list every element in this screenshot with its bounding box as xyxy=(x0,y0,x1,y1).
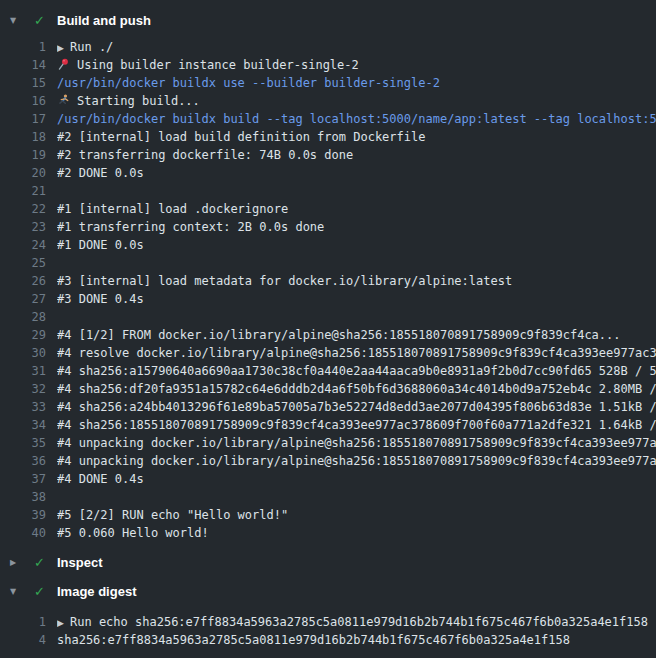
log-text xyxy=(57,308,656,326)
line-number-build-and-push-29[interactable]: 29 xyxy=(0,326,46,344)
line-number-build-and-push-33[interactable]: 33 xyxy=(0,398,46,416)
log-text: #1 transferring context: 2B 0.0s done xyxy=(57,218,656,236)
line-number-build-and-push-20[interactable]: 20 xyxy=(0,164,46,182)
log-text xyxy=(57,182,656,200)
runner-icon xyxy=(57,92,77,110)
log-line: 29#4 [1/2] FROM docker.io/library/alpine… xyxy=(0,326,656,344)
log-line: 15/usr/bin/docker buildx use --builder b… xyxy=(0,74,656,92)
log-text: #1 DONE 0.0s xyxy=(57,236,656,254)
step-header-inspect[interactable]: ▶ ✓ Inspect xyxy=(0,550,656,574)
log-line: 27#3 DONE 0.4s xyxy=(0,290,656,308)
log-line: 17/usr/bin/docker buildx build --tag loc… xyxy=(0,110,656,128)
log-line: 16Starting build... xyxy=(0,92,656,110)
log-line: 36#4 unpacking docker.io/library/alpine@… xyxy=(0,452,656,470)
line-number-build-and-push-27[interactable]: 27 xyxy=(0,290,46,308)
line-number-build-and-push-25[interactable]: 25 xyxy=(0,254,46,272)
log-text: Starting build... xyxy=(57,92,656,110)
log-text: #5 0.060 Hello world! xyxy=(57,524,656,542)
line-number-build-and-push-15[interactable]: 15 xyxy=(0,74,46,92)
line-number-build-and-push-31[interactable]: 31 xyxy=(0,362,46,380)
section-image-digest: ▼ ✓ Image digest 1▶Run echo sha256:e7ff8… xyxy=(0,579,656,649)
log-text: #3 [internal] load metadata for docker.i… xyxy=(57,272,656,290)
pushpin-icon xyxy=(57,56,77,74)
line-number-image-digest-1[interactable]: 1 xyxy=(0,613,46,631)
log-text: #4 resolve docker.io/library/alpine@sha2… xyxy=(57,344,656,362)
log-text: #1 [internal] load .dockerignore xyxy=(57,200,656,218)
line-number-build-and-push-14[interactable]: 14 xyxy=(0,56,46,74)
line-number-build-and-push-16[interactable]: 16 xyxy=(0,92,46,110)
run-arrow-icon[interactable]: ▶ xyxy=(57,614,70,631)
line-number-build-and-push-22[interactable]: 22 xyxy=(0,200,46,218)
success-check-icon: ✓ xyxy=(34,584,47,599)
log-text: Using builder instance builder-single-2 xyxy=(57,56,656,74)
line-number-build-and-push-34[interactable]: 34 xyxy=(0,416,46,434)
log-text: #4 sha256:a24bb4013296f61e89ba57005a7b3e… xyxy=(57,398,656,416)
log-line: 23#1 transferring context: 2B 0.0s done xyxy=(0,218,656,236)
line-number-build-and-push-40[interactable]: 40 xyxy=(0,524,46,542)
line-number-build-and-push-18[interactable]: 18 xyxy=(0,128,46,146)
line-number-build-and-push-23[interactable]: 23 xyxy=(0,218,46,236)
log-text: #4 sha256:a15790640a6690aa1730c38cf0a440… xyxy=(57,362,656,380)
log-text: #2 transferring dockerfile: 74B 0.0s don… xyxy=(57,146,656,164)
line-number-build-and-push-32[interactable]: 32 xyxy=(0,380,46,398)
run-arrow-icon[interactable]: ▶ xyxy=(57,39,70,56)
line-number-build-and-push-24[interactable]: 24 xyxy=(0,236,46,254)
log-text: #2 DONE 0.0s xyxy=(57,164,656,182)
log-text: #4 sha256:df20fa9351a15782c64e6dddb2d4a6… xyxy=(57,380,656,398)
line-number-build-and-push-39[interactable]: 39 xyxy=(0,506,46,524)
log-line: 1▶Run ./ xyxy=(0,38,656,56)
log-line: 38 xyxy=(0,488,656,506)
log-line: 1▶Run echo sha256:e7ff8834a5963a2785c5a0… xyxy=(0,613,656,631)
log-lines-image-digest: 1▶Run echo sha256:e7ff8834a5963a2785c5a0… xyxy=(0,613,656,649)
log-line: 40#5 0.060 Hello world! xyxy=(0,524,656,542)
success-check-icon: ✓ xyxy=(34,13,47,28)
step-title: Build and push xyxy=(57,13,151,28)
line-number-build-and-push-38[interactable]: 38 xyxy=(0,488,46,506)
log-line: 21 xyxy=(0,182,656,200)
line-number-build-and-push-37[interactable]: 37 xyxy=(0,470,46,488)
log-line: 20#2 DONE 0.0s xyxy=(0,164,656,182)
workflow-log: ▼ ✓ Build and push 1▶Run ./14Using build… xyxy=(0,0,656,649)
log-line: 24#1 DONE 0.0s xyxy=(0,236,656,254)
line-number-build-and-push-17[interactable]: 17 xyxy=(0,110,46,128)
line-number-build-and-push-21[interactable]: 21 xyxy=(0,182,46,200)
line-number-build-and-push-26[interactable]: 26 xyxy=(0,272,46,290)
log-text: sha256:e7ff8834a5963a2785c5a0811e979d16b… xyxy=(57,631,656,649)
step-header-image-digest[interactable]: ▼ ✓ Image digest xyxy=(0,579,656,603)
log-line: 18#2 [internal] load build definition fr… xyxy=(0,128,656,146)
section-build-and-push: ▼ ✓ Build and push 1▶Run ./14Using build… xyxy=(0,8,656,542)
log-text: #3 DONE 0.4s xyxy=(57,290,656,308)
log-line: 31#4 sha256:a15790640a6690aa1730c38cf0a4… xyxy=(0,362,656,380)
section-inspect: ▶ ✓ Inspect xyxy=(0,550,656,574)
line-number-build-and-push-28[interactable]: 28 xyxy=(0,308,46,326)
line-number-build-and-push-36[interactable]: 36 xyxy=(0,452,46,470)
log-line: 4sha256:e7ff8834a5963a2785c5a0811e979d16… xyxy=(0,631,656,649)
log-text: /usr/bin/docker buildx build --tag local… xyxy=(57,110,656,128)
line-number-build-and-push-1[interactable]: 1 xyxy=(0,38,46,56)
log-line: 39#5 [2/2] RUN echo "Hello world!" xyxy=(0,506,656,524)
log-line: 32#4 sha256:df20fa9351a15782c64e6dddb2d4… xyxy=(0,380,656,398)
log-text: /usr/bin/docker buildx use --builder bui… xyxy=(57,74,656,92)
step-header-build-and-push[interactable]: ▼ ✓ Build and push xyxy=(0,8,656,32)
log-line: 37#4 DONE 0.4s xyxy=(0,470,656,488)
line-number-build-and-push-19[interactable]: 19 xyxy=(0,146,46,164)
log-text: #4 unpacking docker.io/library/alpine@sh… xyxy=(57,434,656,452)
log-line: 26#3 [internal] load metadata for docker… xyxy=(0,272,656,290)
log-line: 33#4 sha256:a24bb4013296f61e89ba57005a7b… xyxy=(0,398,656,416)
line-number-build-and-push-30[interactable]: 30 xyxy=(0,344,46,362)
log-text: #2 [internal] load build definition from… xyxy=(57,128,656,146)
success-check-icon: ✓ xyxy=(34,555,47,570)
step-title: Inspect xyxy=(57,555,103,570)
log-line: 25 xyxy=(0,254,656,272)
chevron-down-icon[interactable]: ▼ xyxy=(10,16,24,25)
log-line: 22#1 [internal] load .dockerignore xyxy=(0,200,656,218)
log-text: ▶Run ./ xyxy=(57,38,656,56)
log-text: #4 sha256:185518070891758909c9f839cf4ca3… xyxy=(57,416,656,434)
line-number-image-digest-4[interactable]: 4 xyxy=(0,631,46,649)
log-text: #5 [2/2] RUN echo "Hello world!" xyxy=(57,506,656,524)
line-number-build-and-push-35[interactable]: 35 xyxy=(0,434,46,452)
chevron-down-icon[interactable]: ▼ xyxy=(10,587,24,596)
chevron-right-icon[interactable]: ▶ xyxy=(10,558,24,567)
log-line: 35#4 unpacking docker.io/library/alpine@… xyxy=(0,434,656,452)
step-title: Image digest xyxy=(57,584,136,599)
